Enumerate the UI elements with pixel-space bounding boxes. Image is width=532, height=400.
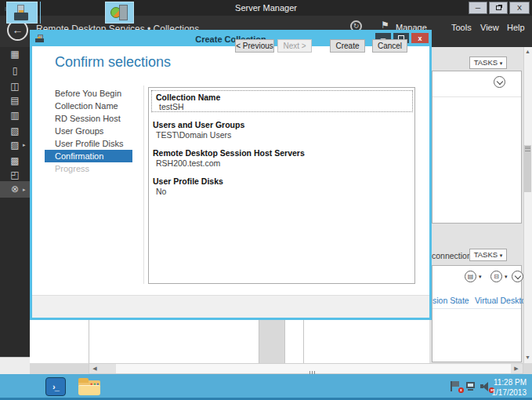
vertical-scrollbar[interactable] — [523, 47, 532, 363]
tasks-label: TASKS — [474, 58, 498, 67]
action-center-flag-icon[interactable]: x — [450, 381, 461, 391]
wizard-step-user-groups[interactable]: User Groups — [45, 125, 132, 137]
dashboard-icon[interactable]: ▦ — [9, 49, 21, 60]
network-icon[interactable] — [465, 381, 477, 391]
server-manager-icon — [13, 5, 31, 22]
dropdown-caret-icon: ▾ — [500, 253, 503, 258]
file-explorer-icon[interactable]: ●●● — [78, 378, 100, 395]
previous-button[interactable]: < Previous — [235, 39, 274, 53]
dialog-footer — [32, 295, 429, 318]
dialog-titlebar[interactable]: Create Collection — [32, 32, 429, 46]
wizard-step-rd-session-host[interactable]: RD Session Host — [45, 112, 132, 125]
dialog-close-icon[interactable]: x — [411, 32, 429, 44]
rds-wizard-icon — [110, 4, 129, 23]
dns-icon[interactable]: ▥ — [9, 110, 21, 121]
close-icon[interactable]: X — [509, 2, 530, 14]
taskbar-separator — [40, 2, 41, 24]
collapse-chevron-icon[interactable] — [512, 271, 523, 282]
save-query-icon[interactable]: ⊟ — [490, 271, 502, 282]
scroll-up-icon[interactable]: ▲ — [523, 49, 532, 54]
section-value: testSH — [159, 102, 184, 111]
wizard-step-collection-name[interactable]: Collection Name — [45, 100, 132, 112]
wizard-step-user-profile-disks[interactable]: User Profile Disks — [45, 137, 132, 150]
restore-icon[interactable] — [489, 2, 508, 14]
page-title: Confirm selections — [55, 54, 171, 71]
connections-panel — [432, 265, 522, 362]
wizard-step-progress: Progress — [45, 162, 132, 175]
column-header-virtual-desktop[interactable]: Virtual Desktop — [475, 296, 530, 305]
local-server-icon[interactable]: ▯ — [9, 65, 21, 76]
events-panel — [432, 71, 522, 224]
window-title: Server Manager — [0, 0, 532, 16]
sidebar — [0, 47, 30, 357]
next-button: Next > — [277, 39, 312, 53]
dropdown-caret-icon[interactable]: ▾ — [479, 274, 482, 280]
server-manager-titlebar: Server Manager — [0, 0, 532, 16]
create-button[interactable]: Create — [330, 39, 365, 53]
cancel-button[interactable]: Cancel — [372, 39, 407, 53]
hyper-v-icon[interactable]: ▨ — [9, 140, 21, 151]
tasks-button-top[interactable]: TASKS ▾ — [469, 56, 507, 69]
taskbar-rds-wizard-button[interactable] — [105, 2, 134, 24]
remote-desktop-services-icon[interactable]: ⊗ — [9, 184, 21, 195]
sidebar-footer — [0, 357, 30, 374]
powershell-icon[interactable]: ›_ — [45, 377, 66, 396]
collapse-chevron-icon[interactable] — [494, 76, 505, 88]
all-servers-icon[interactable]: ◫ — [9, 81, 21, 92]
section-value: No — [156, 187, 166, 196]
section-label: Remote Desktop Session Host Servers — [153, 148, 305, 158]
clock-date: 1/17/2013 — [487, 387, 527, 398]
confirmation-summary-panel: Collection Name testSH Users and User Gr… — [148, 87, 415, 284]
filter-icon[interactable]: ▤ — [465, 271, 476, 282]
section-value: RSH200.test.com — [156, 158, 220, 168]
scroll-down-icon[interactable]: ▼ — [523, 355, 532, 360]
collection-name-section: Collection Name testSH — [151, 90, 413, 112]
minimize-icon[interactable]: ─ — [469, 2, 487, 14]
section-value: TEST\Domain Users — [156, 130, 231, 140]
column-header-session-state[interactable]: sion State — [432, 296, 469, 305]
column-header-divider — [432, 308, 521, 309]
wizard-icon — [35, 35, 45, 43]
dropdown-caret-icon[interactable]: ▾ — [505, 274, 508, 280]
taskbar-clock[interactable]: 11:28 PM 1/17/2013 — [487, 377, 527, 398]
tasks-button-bottom[interactable]: TASKS ▾ — [469, 249, 507, 261]
flyout-arrow-icon: ▸ — [23, 142, 26, 148]
wizard-step-before-you-begin[interactable]: Before You Begin — [45, 87, 132, 100]
create-collection-dialog: Create Collection ─ x Confirm selections… — [30, 30, 432, 320]
dialog-title: Create Collection — [32, 32, 429, 46]
vertical-scrollbar-thumb[interactable] — [524, 145, 531, 192]
wizard-step-confirmation[interactable]: Confirmation — [45, 150, 132, 162]
taskbar-server-manager-button[interactable] — [6, 2, 38, 24]
menu-help[interactable]: Help — [507, 23, 525, 32]
section-label: Users and User Groups — [153, 120, 244, 129]
clock-time: 11:28 PM — [487, 377, 527, 387]
nav-divider — [143, 85, 144, 284]
section-label: User Profile Disks — [153, 176, 223, 186]
ad-ds-icon[interactable]: ▤ — [9, 95, 21, 106]
iis-icon[interactable]: ▩ — [9, 155, 21, 166]
dropdown-caret-icon: ▾ — [500, 60, 503, 66]
menu-tools[interactable]: Tools — [451, 23, 472, 32]
panel-divider — [432, 96, 521, 97]
desktop: Server Manager ─ X ← Remote Desktop Serv… — [0, 0, 532, 400]
notifications-flag-icon[interactable]: ⚑ — [381, 20, 389, 31]
file-storage-services-icon[interactable]: ▧ — [9, 125, 21, 136]
section-label: Collection Name — [156, 93, 220, 102]
access-keys-icon[interactable]: ◰ — [9, 169, 21, 180]
error-badge: x — [458, 387, 464, 393]
flyout-arrow-icon: ▸ — [23, 187, 26, 193]
scroll-right-icon[interactable]: ▶ — [511, 365, 522, 372]
scroll-left-icon[interactable]: ◀ — [89, 365, 100, 372]
menu-view[interactable]: View — [480, 23, 499, 32]
tasks-label: TASKS — [474, 250, 498, 259]
